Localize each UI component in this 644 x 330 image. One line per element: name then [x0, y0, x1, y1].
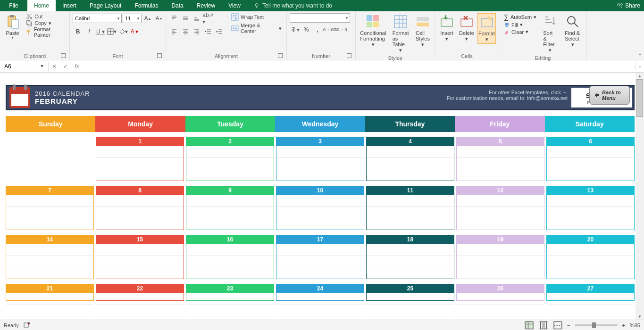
cell-styles-button[interactable]: Cell Styles▾ [414, 13, 432, 49]
wrap-text-button[interactable]: Wrap Text [229, 13, 284, 21]
name-box[interactable]: A6▼ [2, 62, 46, 71]
day-cell[interactable]: 20 [546, 235, 635, 279]
percent-button[interactable]: % [301, 25, 311, 35]
merge-center-button[interactable]: Merge & Center ▾ [229, 23, 284, 34]
day-notes-area[interactable] [96, 244, 184, 279]
day-cell[interactable]: 21 [6, 284, 94, 301]
align-top-button[interactable] [169, 13, 179, 24]
sort-filter-button[interactable]: Sort & Filter▾ [540, 13, 560, 54]
tab-insert[interactable]: Insert [56, 0, 83, 11]
day-cell[interactable]: 5 [456, 137, 544, 181]
dialog-launcher-font[interactable] [157, 53, 162, 58]
borders-button[interactable]: ▾ [107, 26, 117, 37]
enter-formula-button[interactable]: ✓ [60, 62, 71, 71]
day-cell[interactable]: 8 [96, 186, 184, 230]
day-cell[interactable]: 11 [366, 186, 454, 230]
comma-button[interactable]: , [312, 25, 323, 35]
fill-color-button[interactable]: ▾ [118, 26, 128, 37]
tab-home[interactable]: Home [27, 0, 56, 11]
insert-cells-button[interactable]: Insert▾ [438, 13, 456, 43]
day-notes-area[interactable] [546, 293, 635, 301]
zoom-slider[interactable] [575, 324, 618, 326]
worksheet-area[interactable]: 2016 CALENDAR FEBRUARY For other Excel t… [0, 73, 644, 320]
tab-view[interactable]: View [222, 0, 247, 11]
number-format-combo[interactable]: ▼ [290, 13, 350, 23]
day-cell[interactable]: 24 [276, 284, 364, 301]
macro-record-icon[interactable] [24, 322, 30, 329]
day-notes-area[interactable] [276, 195, 364, 230]
dialog-launcher-clipboard[interactable] [61, 53, 66, 58]
day-cell[interactable]: 23 [186, 284, 274, 301]
day-notes-area[interactable] [276, 244, 364, 279]
tab-formulas[interactable]: Formulas [128, 0, 165, 11]
day-cell[interactable]: 13 [546, 186, 635, 230]
formula-input[interactable] [83, 62, 636, 71]
day-notes-area[interactable] [186, 293, 274, 301]
fill-button[interactable]: Fill ▾ [502, 22, 538, 28]
day-cell[interactable]: 25 [366, 284, 454, 301]
day-notes-area[interactable] [366, 146, 454, 181]
day-cell[interactable]: 15 [96, 235, 184, 279]
find-select-button[interactable]: Find & Select▾ [562, 13, 584, 49]
day-notes-area[interactable] [366, 293, 454, 301]
format-painter-button[interactable]: Format Painter [24, 26, 67, 38]
expand-formula-bar[interactable]: ⌄ [636, 62, 644, 71]
page-layout-view-button[interactable] [539, 322, 548, 329]
scroll-thumb[interactable] [636, 79, 643, 117]
format-as-table-button[interactable]: Format as Table▾ [390, 13, 412, 54]
tab-file[interactable]: File [0, 0, 27, 11]
cancel-formula-button[interactable]: ✕ [49, 62, 60, 71]
align-bottom-button[interactable] [192, 13, 202, 24]
increase-indent-button[interactable] [214, 26, 225, 37]
day-cell[interactable]: 16 [186, 235, 274, 279]
paste-button[interactable]: Paste▼ [3, 13, 22, 40]
day-notes-area[interactable] [546, 244, 635, 279]
day-notes-area[interactable] [6, 195, 94, 230]
day-cell[interactable]: 27 [546, 284, 635, 301]
clear-button[interactable]: Clear ▾ [502, 29, 538, 35]
grow-font-button[interactable]: A▲ [142, 13, 153, 24]
day-cell[interactable]: 22 [96, 284, 184, 301]
copy-button[interactable]: Copy ▾ [24, 20, 67, 26]
font-size-combo[interactable]: 11▼ [123, 14, 142, 23]
align-left-button[interactable] [169, 26, 179, 37]
share-button[interactable]: Share [617, 0, 640, 11]
cut-button[interactable]: Cut [24, 13, 67, 20]
day-notes-area[interactable] [456, 244, 544, 279]
tab-review[interactable]: Review [190, 0, 222, 11]
day-cell[interactable]: 14 [6, 235, 94, 279]
day-notes-area[interactable] [186, 146, 274, 181]
align-center-button[interactable] [180, 26, 191, 37]
accounting-button[interactable]: ▾ [290, 25, 300, 35]
underline-button[interactable]: U ▾ [95, 26, 106, 37]
day-notes-area[interactable] [6, 244, 94, 279]
day-notes-area[interactable] [96, 146, 184, 181]
back-to-menu-button[interactable]: Back to Menu [589, 86, 630, 105]
shrink-font-button[interactable]: A▼ [154, 13, 164, 24]
day-cell[interactable]: 10 [276, 186, 364, 230]
tab-page-layout[interactable]: Page Layout [83, 0, 128, 11]
vertical-scrollbar[interactable]: ▲ ▼ [636, 73, 644, 320]
day-notes-area[interactable] [456, 146, 544, 181]
day-notes-area[interactable] [366, 195, 454, 230]
scroll-up-arrow[interactable]: ▲ [636, 73, 644, 79]
font-name-combo[interactable]: Calibri▼ [73, 14, 122, 23]
day-notes-area[interactable] [546, 146, 635, 181]
dialog-launcher-alignment[interactable] [278, 53, 283, 58]
day-cell[interactable] [6, 137, 94, 181]
increase-decimal-button[interactable]: .0→.00 [324, 25, 334, 35]
day-notes-area[interactable] [456, 195, 544, 230]
page-break-view-button[interactable] [553, 322, 562, 329]
decrease-decimal-button[interactable]: .00→.0 [335, 25, 345, 35]
font-color-button[interactable]: A ▾ [129, 26, 140, 37]
conditional-formatting-button[interactable]: Conditional Formatting▾ [359, 13, 388, 49]
day-notes-area[interactable] [276, 146, 364, 181]
orientation-button[interactable]: ab↗ ▾ [203, 13, 213, 24]
collapse-ribbon-button[interactable]: ˄ [639, 53, 641, 58]
format-cells-button[interactable]: Format▾ [477, 13, 496, 44]
tab-data[interactable]: Data [165, 0, 190, 11]
scroll-down-arrow[interactable]: ▼ [636, 313, 644, 320]
align-middle-button[interactable] [180, 13, 191, 24]
day-notes-area[interactable] [456, 293, 544, 301]
zoom-out-button[interactable]: − [567, 322, 570, 328]
